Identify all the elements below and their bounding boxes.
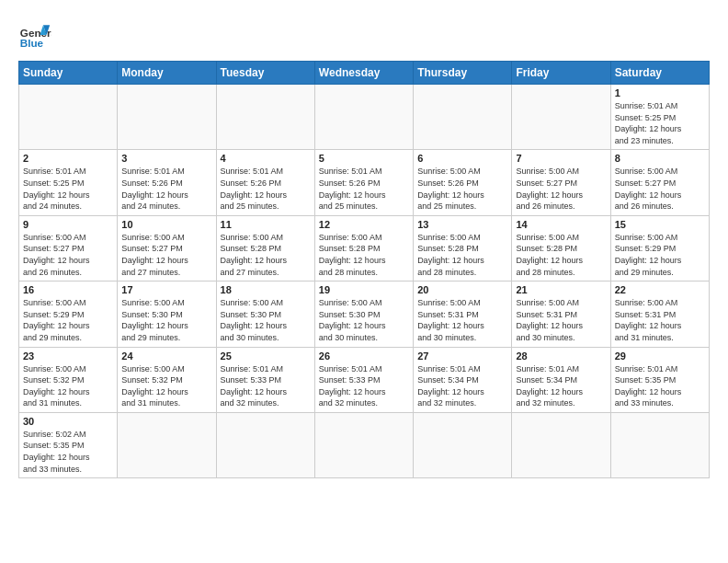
day-cell: 13Sunrise: 5:00 AM Sunset: 5:28 PM Dayli… — [414, 215, 512, 281]
day-cell: 16Sunrise: 5:00 AM Sunset: 5:29 PM Dayli… — [19, 282, 118, 347]
day-number: 10 — [121, 219, 211, 230]
day-info: Sunrise: 5:00 AM Sunset: 5:30 PM Dayligh… — [121, 297, 211, 343]
day-info: Sunrise: 5:00 AM Sunset: 5:31 PM Dayligh… — [417, 297, 507, 343]
day-cell — [118, 85, 216, 150]
day-number: 28 — [516, 350, 606, 362]
day-info: Sunrise: 5:00 AM Sunset: 5:27 PM Dayligh… — [23, 232, 113, 278]
day-number: 21 — [516, 284, 606, 295]
day-info: Sunrise: 5:00 AM Sunset: 5:32 PM Dayligh… — [121, 363, 211, 409]
week-row-5: 23Sunrise: 5:00 AM Sunset: 5:32 PM Dayli… — [19, 347, 710, 412]
weekday-sunday: Sunday — [19, 62, 118, 85]
day-cell: 14Sunrise: 5:00 AM Sunset: 5:28 PM Dayli… — [512, 215, 610, 281]
day-number: 17 — [121, 284, 211, 295]
day-cell: 24Sunrise: 5:00 AM Sunset: 5:32 PM Dayli… — [118, 347, 216, 412]
day-number: 4 — [221, 153, 311, 164]
weekday-thursday: Thursday — [414, 62, 512, 85]
day-cell — [610, 412, 709, 477]
day-info: Sunrise: 5:00 AM Sunset: 5:31 PM Dayligh… — [615, 297, 705, 343]
day-info: Sunrise: 5:00 AM Sunset: 5:27 PM Dayligh… — [615, 166, 705, 212]
day-number: 25 — [221, 350, 311, 362]
day-cell: 12Sunrise: 5:00 AM Sunset: 5:28 PM Dayli… — [314, 215, 413, 281]
day-number: 20 — [417, 284, 507, 295]
day-cell: 20Sunrise: 5:00 AM Sunset: 5:31 PM Dayli… — [414, 282, 512, 347]
day-cell: 29Sunrise: 5:01 AM Sunset: 5:35 PM Dayli… — [610, 347, 709, 412]
day-cell: 26Sunrise: 5:01 AM Sunset: 5:33 PM Dayli… — [314, 347, 413, 412]
day-number: 29 — [615, 350, 705, 362]
week-row-1: 1Sunrise: 5:01 AM Sunset: 5:25 PM Daylig… — [19, 85, 710, 150]
day-cell: 28Sunrise: 5:01 AM Sunset: 5:34 PM Dayli… — [512, 347, 610, 412]
day-cell: 7Sunrise: 5:00 AM Sunset: 5:27 PM Daylig… — [512, 150, 610, 215]
day-cell: 27Sunrise: 5:01 AM Sunset: 5:34 PM Dayli… — [414, 347, 512, 412]
day-cell — [512, 412, 610, 477]
week-row-2: 2Sunrise: 5:01 AM Sunset: 5:25 PM Daylig… — [19, 150, 710, 215]
day-cell: 8Sunrise: 5:00 AM Sunset: 5:27 PM Daylig… — [610, 150, 709, 215]
day-info: Sunrise: 5:01 AM Sunset: 5:33 PM Dayligh… — [319, 363, 409, 409]
day-number: 9 — [23, 219, 113, 230]
day-info: Sunrise: 5:01 AM Sunset: 5:35 PM Dayligh… — [615, 363, 705, 409]
day-info: Sunrise: 5:01 AM Sunset: 5:33 PM Dayligh… — [221, 363, 311, 409]
logo: General Blue — [18, 18, 51, 52]
day-cell: 4Sunrise: 5:01 AM Sunset: 5:26 PM Daylig… — [216, 150, 314, 215]
week-row-3: 9Sunrise: 5:00 AM Sunset: 5:27 PM Daylig… — [19, 215, 710, 281]
day-number: 3 — [121, 153, 211, 164]
weekday-tuesday: Tuesday — [216, 62, 314, 85]
day-cell: 11Sunrise: 5:00 AM Sunset: 5:28 PM Dayli… — [216, 215, 314, 281]
day-info: Sunrise: 5:00 AM Sunset: 5:29 PM Dayligh… — [615, 232, 705, 278]
day-number: 1 — [615, 87, 705, 98]
day-info: Sunrise: 5:01 AM Sunset: 5:26 PM Dayligh… — [319, 166, 409, 212]
day-info: Sunrise: 5:01 AM Sunset: 5:25 PM Dayligh… — [23, 166, 113, 212]
day-cell: 21Sunrise: 5:00 AM Sunset: 5:31 PM Dayli… — [512, 282, 610, 347]
day-cell — [314, 412, 413, 477]
day-info: Sunrise: 5:01 AM Sunset: 5:26 PM Dayligh… — [221, 166, 311, 212]
logo-icon: General Blue — [18, 18, 51, 52]
day-number: 2 — [23, 153, 113, 164]
week-row-4: 16Sunrise: 5:00 AM Sunset: 5:29 PM Dayli… — [19, 282, 710, 347]
day-cell: 30Sunrise: 5:02 AM Sunset: 5:35 PM Dayli… — [19, 412, 118, 477]
day-cell — [216, 85, 314, 150]
day-cell: 23Sunrise: 5:00 AM Sunset: 5:32 PM Dayli… — [19, 347, 118, 412]
day-number: 24 — [121, 350, 211, 362]
day-info: Sunrise: 5:01 AM Sunset: 5:25 PM Dayligh… — [615, 100, 705, 146]
day-cell — [19, 85, 118, 150]
day-number: 14 — [516, 219, 606, 230]
calendar: SundayMondayTuesdayWednesdayThursdayFrid… — [18, 61, 710, 478]
weekday-monday: Monday — [118, 62, 216, 85]
day-cell: 6Sunrise: 5:00 AM Sunset: 5:26 PM Daylig… — [414, 150, 512, 215]
day-number: 22 — [615, 284, 705, 295]
day-cell: 18Sunrise: 5:00 AM Sunset: 5:30 PM Dayli… — [216, 282, 314, 347]
day-cell: 19Sunrise: 5:00 AM Sunset: 5:30 PM Dayli… — [314, 282, 413, 347]
day-cell: 9Sunrise: 5:00 AM Sunset: 5:27 PM Daylig… — [19, 215, 118, 281]
day-info: Sunrise: 5:00 AM Sunset: 5:28 PM Dayligh… — [221, 232, 311, 278]
day-number: 27 — [417, 350, 507, 362]
day-cell: 10Sunrise: 5:00 AM Sunset: 5:27 PM Dayli… — [118, 215, 216, 281]
day-number: 19 — [319, 284, 409, 295]
day-number: 23 — [23, 350, 113, 362]
day-number: 30 — [23, 416, 113, 427]
weekday-saturday: Saturday — [610, 62, 709, 85]
day-number: 6 — [417, 153, 507, 164]
day-info: Sunrise: 5:00 AM Sunset: 5:28 PM Dayligh… — [319, 232, 409, 278]
day-number: 12 — [319, 219, 409, 230]
day-cell — [512, 85, 610, 150]
svg-text:Blue: Blue — [20, 37, 44, 49]
day-cell — [414, 85, 512, 150]
day-info: Sunrise: 5:00 AM Sunset: 5:28 PM Dayligh… — [417, 232, 507, 278]
day-cell: 1Sunrise: 5:01 AM Sunset: 5:25 PM Daylig… — [610, 85, 709, 150]
day-number: 15 — [615, 219, 705, 230]
day-cell: 2Sunrise: 5:01 AM Sunset: 5:25 PM Daylig… — [19, 150, 118, 215]
day-info: Sunrise: 5:00 AM Sunset: 5:32 PM Dayligh… — [23, 363, 113, 409]
day-number: 16 — [23, 284, 113, 295]
day-cell: 17Sunrise: 5:00 AM Sunset: 5:30 PM Dayli… — [118, 282, 216, 347]
day-info: Sunrise: 5:00 AM Sunset: 5:27 PM Dayligh… — [121, 232, 211, 278]
weekday-header-row: SundayMondayTuesdayWednesdayThursdayFrid… — [19, 62, 710, 85]
day-info: Sunrise: 5:00 AM Sunset: 5:26 PM Dayligh… — [417, 166, 507, 212]
day-number: 7 — [516, 153, 606, 164]
day-cell: 15Sunrise: 5:00 AM Sunset: 5:29 PM Dayli… — [610, 215, 709, 281]
day-info: Sunrise: 5:01 AM Sunset: 5:26 PM Dayligh… — [121, 166, 211, 212]
day-number: 11 — [221, 219, 311, 230]
day-cell: 5Sunrise: 5:01 AM Sunset: 5:26 PM Daylig… — [314, 150, 413, 215]
page: General Blue SundayMondayTuesdayWednesda… — [0, 0, 728, 563]
day-info: Sunrise: 5:00 AM Sunset: 5:31 PM Dayligh… — [516, 297, 606, 343]
day-number: 26 — [319, 350, 409, 362]
day-info: Sunrise: 5:00 AM Sunset: 5:27 PM Dayligh… — [516, 166, 606, 212]
